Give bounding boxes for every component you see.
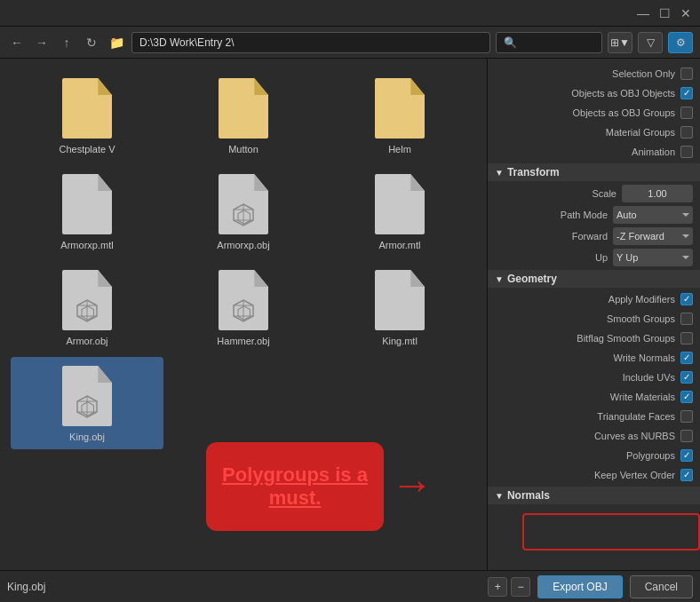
file-paper-icon xyxy=(219,270,268,330)
file-name: Armorxp.obj xyxy=(217,240,269,250)
write-materials-checkbox[interactable] xyxy=(680,391,693,403)
file-name: Armor.mtl xyxy=(378,240,420,250)
arrow-icon: → xyxy=(391,463,434,506)
export-obj-button[interactable]: Export OBJ xyxy=(537,575,622,598)
add-button[interactable]: + xyxy=(488,577,507,597)
file-item[interactable]: Hammer.obj xyxy=(167,261,320,353)
file-paper-icon xyxy=(62,366,112,426)
svg-marker-4 xyxy=(77,300,97,321)
objects-as-obj-groups-checkbox[interactable] xyxy=(680,107,693,119)
up-dropdown[interactable]: Y Up Z Up X Up -X Up -Y Up -Z Up xyxy=(613,249,693,266)
smooth-groups-row: Smooth Groups xyxy=(488,309,700,329)
material-groups-checkbox[interactable] xyxy=(680,126,693,139)
curves-as-nurbs-label: Curves as NURBS xyxy=(495,431,675,441)
file-item[interactable]: Armor.mtl xyxy=(323,165,476,257)
objects-as-obj-objects-row: Objects as OBJ Objects xyxy=(488,83,700,103)
write-normals-checkbox[interactable] xyxy=(680,352,693,364)
svg-marker-8 xyxy=(234,300,253,321)
file-icon xyxy=(371,268,428,332)
file-icon xyxy=(215,172,272,236)
geometry-section-header[interactable]: ▼ Geometry xyxy=(488,270,700,288)
material-groups-label: Material Groups xyxy=(495,127,675,138)
animation-label: Animation xyxy=(495,147,675,157)
write-materials-row: Write Materials xyxy=(488,387,700,407)
maximize-button[interactable]: ☐ xyxy=(657,6,672,20)
close-button[interactable]: ✕ xyxy=(679,6,693,20)
view-toggle-button[interactable]: ⊞▼ xyxy=(608,32,632,53)
file-item[interactable]: Armor.obj xyxy=(11,261,163,353)
normals-section-title: Normals xyxy=(507,489,550,502)
current-filename: King.obj xyxy=(7,581,481,593)
transform-section-header[interactable]: ▼ Transform xyxy=(488,163,700,181)
right-panel: Selection Only Objects as OBJ Objects Ob… xyxy=(487,59,700,570)
animation-checkbox[interactable] xyxy=(680,146,693,158)
objects-as-obj-objects-checkbox[interactable] xyxy=(680,87,693,99)
settings-button[interactable]: ⚙ xyxy=(668,32,693,53)
apply-modifiers-checkbox[interactable] xyxy=(680,293,693,305)
file-item[interactable]: Armorxp.mtl xyxy=(11,165,163,257)
cancel-button[interactable]: Cancel xyxy=(630,575,693,598)
smooth-groups-checkbox[interactable] xyxy=(680,313,693,325)
file-paper-icon xyxy=(375,78,425,139)
file-name: Armor.obj xyxy=(66,336,107,346)
smooth-groups-label: Smooth Groups xyxy=(495,313,675,324)
up-label: Up xyxy=(495,252,608,263)
search-input[interactable] xyxy=(496,32,602,53)
geometry-arrow-icon: ▼ xyxy=(495,274,504,284)
keep-vertex-order-checkbox[interactable] xyxy=(680,469,693,481)
animation-row: Animation xyxy=(488,142,700,162)
objects-as-obj-groups-row: Objects as OBJ Groups xyxy=(488,103,700,123)
curves-as-nurbs-checkbox[interactable] xyxy=(680,430,693,442)
file-icon xyxy=(215,76,272,140)
file-item[interactable]: Mutton xyxy=(167,69,320,162)
file-item[interactable]: King.obj xyxy=(11,357,163,449)
bitflag-smooth-groups-row: Bitflag Smooth Groups xyxy=(488,329,700,348)
include-uvs-label: Include UVs xyxy=(495,372,675,383)
file-icon xyxy=(215,268,272,332)
window-controls: — ☐ ✕ xyxy=(636,6,693,20)
curves-as-nurbs-row: Curves as NURBS xyxy=(488,426,700,446)
annotation-box: Polygroups is a must. xyxy=(206,442,384,531)
remove-button[interactable]: − xyxy=(511,577,530,597)
minimize-button[interactable]: — xyxy=(636,6,650,20)
file-paper-icon xyxy=(219,174,268,234)
apply-modifiers-row: Apply Modifiers xyxy=(488,289,700,309)
file-paper-icon xyxy=(62,174,112,234)
file-item[interactable]: Chestplate V xyxy=(11,69,163,162)
forward-dropdown[interactable]: -Z Forward Z Forward Y Forward -Y Forwar… xyxy=(613,227,693,245)
file-name: Armorxp.mtl xyxy=(60,240,113,250)
file-item[interactable]: Armorxp.obj xyxy=(167,165,320,257)
file-item[interactable]: Helm xyxy=(323,69,476,162)
apply-modifiers-label: Apply Modifiers xyxy=(495,294,675,305)
geometry-section-title: Geometry xyxy=(507,273,557,285)
forward-button[interactable]: → xyxy=(32,33,52,52)
up-button[interactable]: ↑ xyxy=(57,33,76,52)
triangulate-faces-checkbox[interactable] xyxy=(680,410,693,423)
path-mode-dropdown[interactable]: Auto Absolute Relative Strip Copy xyxy=(613,206,693,224)
bitflag-smooth-groups-checkbox[interactable] xyxy=(680,332,693,345)
include-uvs-checkbox[interactable] xyxy=(680,371,693,384)
path-input[interactable] xyxy=(131,32,490,53)
file-name: King.mtl xyxy=(382,336,418,346)
folder-button[interactable]: 📁 xyxy=(107,33,126,52)
bitflag-smooth-groups-label: Bitflag Smooth Groups xyxy=(495,333,675,344)
triangulate-faces-label: Triangulate Faces xyxy=(495,411,675,422)
polygroups-checkbox[interactable] xyxy=(680,449,693,462)
triangulate-faces-row: Triangulate Faces xyxy=(488,407,700,426)
selection-only-checkbox[interactable] xyxy=(680,67,693,80)
keep-vertex-order-label: Keep Vertex Order xyxy=(495,470,675,480)
include-uvs-row: Include UVs xyxy=(488,368,700,387)
back-button[interactable]: ← xyxy=(7,33,27,52)
filter-button[interactable]: ▽ xyxy=(638,32,663,53)
path-mode-row: Path Mode Auto Absolute Relative Strip C… xyxy=(488,204,700,226)
file-paper-icon xyxy=(219,78,268,139)
file-name: Helm xyxy=(388,144,411,154)
title-bar: — ☐ ✕ xyxy=(0,0,700,27)
scale-input[interactable] xyxy=(622,185,693,202)
normals-section-header[interactable]: ▼ Normals xyxy=(488,487,700,504)
file-item[interactable]: King.mtl xyxy=(323,261,476,353)
refresh-button[interactable]: ↻ xyxy=(82,33,101,52)
transform-arrow-icon: ▼ xyxy=(495,168,504,178)
file-paper-icon xyxy=(62,78,112,139)
file-paper-icon xyxy=(375,174,425,234)
